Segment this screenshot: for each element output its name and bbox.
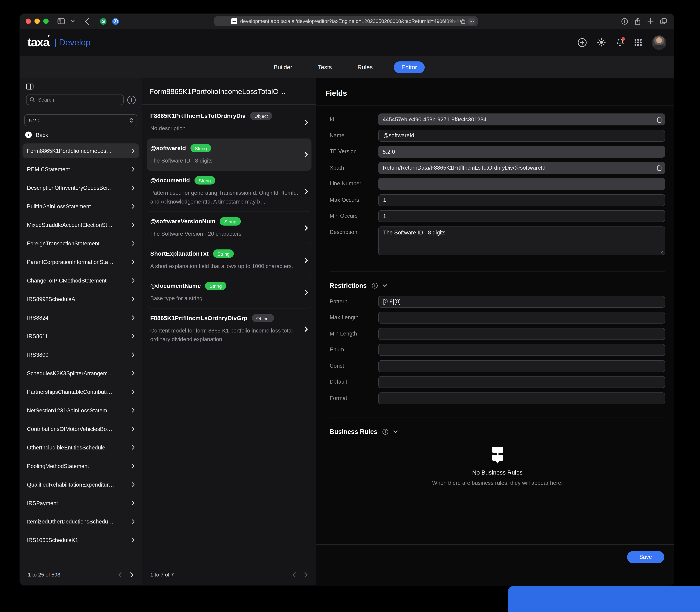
field-label: Min Length <box>329 328 378 339</box>
field-name: ShortExplanationTxt <box>150 250 209 257</box>
te-version-select[interactable]: 5.2.0 <box>24 114 137 126</box>
notifications-bell-icon[interactable] <box>616 38 624 47</box>
share-icon[interactable] <box>635 18 641 25</box>
theme-sun-icon[interactable] <box>597 38 606 47</box>
resize-handle-icon[interactable] <box>660 250 664 254</box>
sidebar-item[interactable]: ItemizedOtherDeductionsSchedu… <box>23 514 139 529</box>
max-occurs-field[interactable] <box>378 194 665 206</box>
pattern-field[interactable] <box>378 295 665 307</box>
sidebar-toggle-icon[interactable] <box>57 18 65 24</box>
info-icon[interactable] <box>382 429 388 435</box>
const-field[interactable] <box>378 360 665 372</box>
sidebar-item[interactable]: ChangeToIPICMethodStatement <box>23 273 139 288</box>
sidebar-item[interactable]: REMICStatement <box>23 162 139 177</box>
app-name-develop: | Develop <box>54 37 90 47</box>
xpath-field[interactable] <box>378 162 665 174</box>
info-icon[interactable] <box>372 282 378 289</box>
onepassword-extension-icon[interactable] <box>112 18 119 24</box>
min-length-field[interactable] <box>378 328 665 339</box>
sidebar-item[interactable]: IRS8992ScheduleA <box>23 292 139 306</box>
page-prev-icon[interactable] <box>292 572 296 578</box>
info-icon[interactable] <box>621 18 628 24</box>
sidebar-item-label: REMICStatement <box>27 166 70 172</box>
sidebar-item-label: PoolingMethodStatement <box>27 463 89 469</box>
field-row-max-occurs: Max Occurs <box>329 194 665 206</box>
page-prev-icon[interactable] <box>118 572 121 578</box>
tab-rules[interactable]: Rules <box>353 61 377 73</box>
sidebar-item[interactable]: MixedStraddleAccountElectionSt… <box>23 218 139 232</box>
close-window-button[interactable] <box>26 18 31 24</box>
back-button[interactable]: Back <box>20 126 142 141</box>
minimize-window-button[interactable] <box>35 18 40 24</box>
search-input[interactable] <box>26 95 124 105</box>
sidebar-item[interactable]: ParentCorporationInformationSta… <box>23 255 139 269</box>
sidebar-item[interactable]: DescriptionOfInventoryGoodsBei… <box>23 181 139 195</box>
tab-overview-icon[interactable] <box>660 18 667 24</box>
description-field[interactable]: The Software ID - 8 digits <box>378 226 665 255</box>
list-item-field[interactable]: @documentName String Base type for a str… <box>147 276 312 308</box>
divider <box>329 271 665 272</box>
sidebar-item[interactable]: OtherIncludibleEntitiesSchedule <box>23 440 139 455</box>
add-schema-button[interactable] <box>127 96 136 104</box>
sidebar-item[interactable]: PartnershipsCharitableContributi… <box>23 385 139 399</box>
chevron-right-icon <box>132 519 135 524</box>
collapse-panel-icon[interactable] <box>26 83 136 89</box>
new-tab-icon[interactable] <box>647 18 654 24</box>
user-avatar[interactable] <box>652 35 667 50</box>
url-bar[interactable]: taxa development.app.taxa.ai/develop/edi… <box>214 16 478 26</box>
tab-builder[interactable]: Builder <box>269 61 297 73</box>
page-next-icon[interactable] <box>130 572 134 578</box>
list-item-field[interactable]: @softwareVersionNum String The Software … <box>147 212 312 244</box>
line-number-field[interactable] <box>378 178 665 190</box>
sidebar-item[interactable]: IRS8611 <box>23 329 139 344</box>
default-field[interactable] <box>378 376 665 388</box>
sidebar-item[interactable]: NetSection1231GainLossStatem… <box>23 403 139 417</box>
list-item-field[interactable]: @documentId String Pattern used for gene… <box>147 171 312 212</box>
sidebar-item[interactable]: Form8865K1PortfolioIncomeLos… <box>23 143 139 158</box>
list-item-field[interactable]: ShortExplanationTxt String A short expla… <box>147 244 312 276</box>
sidebar-item[interactable]: IRS3800 <box>23 347 139 362</box>
te-version-field[interactable] <box>378 146 665 157</box>
list-item-field[interactable]: @softwareId String The Software ID - 8 d… <box>147 139 312 171</box>
back-circle-icon <box>25 131 32 138</box>
sidebar-item[interactable]: QualifiedRehabilitationExpenditur… <box>23 477 139 492</box>
sidebar-item[interactable]: IRS8824 <box>23 310 139 325</box>
grammarly-extension-icon[interactable]: G <box>100 18 106 24</box>
page-options-icon[interactable] <box>468 18 475 25</box>
format-field[interactable] <box>378 392 665 404</box>
sidebar-item[interactable]: IRS1065ScheduleK1 <box>23 533 139 547</box>
taxa-logo: taxa <box>27 36 49 49</box>
back-icon[interactable] <box>85 18 89 24</box>
field-label: Name <box>329 129 378 141</box>
chevron-down-icon[interactable] <box>382 284 387 287</box>
divider <box>20 110 142 110</box>
save-button[interactable]: Save <box>627 551 664 563</box>
tab-tests[interactable]: Tests <box>313 61 336 73</box>
min-occurs-field[interactable] <box>378 210 665 222</box>
app-header: taxa | Develop <box>20 29 674 56</box>
sidebar-item-label: ContributionsOfMotorVehiclesBo… <box>27 426 112 432</box>
name-field[interactable] <box>378 129 665 141</box>
add-circle-icon[interactable] <box>578 38 587 47</box>
chevron-down-icon[interactable] <box>71 20 75 23</box>
restriction-row-default: Default <box>329 376 665 388</box>
id-field[interactable] <box>378 113 665 125</box>
sidebar-item[interactable]: BuiltInGainLossStatement <box>23 199 139 213</box>
max-length-field[interactable] <box>378 312 665 323</box>
apps-grid-icon[interactable] <box>635 39 642 46</box>
field-label: Min Occurs <box>329 210 378 222</box>
enum-field[interactable] <box>378 344 665 356</box>
chevron-down-icon[interactable] <box>393 430 398 433</box>
sidebar-item[interactable]: PoolingMethodStatement <box>23 459 139 473</box>
zoom-window-button[interactable] <box>43 18 49 24</box>
list-item-field[interactable]: F8865K1PrtflIncmLsOrdnryDivGrp Object Co… <box>147 309 312 350</box>
list-item-field[interactable]: F8865K1PrtflIncmLsTotOrdnryDiv Object No… <box>147 106 312 139</box>
tab-editor[interactable]: Editor <box>394 61 425 73</box>
copy-icon[interactable] <box>653 162 665 174</box>
sidebar-item[interactable]: ForeignTransactionStatement <box>23 236 139 251</box>
page-next-icon[interactable] <box>305 572 308 578</box>
copy-icon[interactable] <box>653 113 665 125</box>
sidebar-item[interactable]: SchedulesK2K3SplitterArrangem… <box>23 366 139 380</box>
sidebar-item[interactable]: ContributionsOfMotorVehiclesBo… <box>23 421 139 436</box>
sidebar-item[interactable]: IRSPayment <box>23 496 139 510</box>
